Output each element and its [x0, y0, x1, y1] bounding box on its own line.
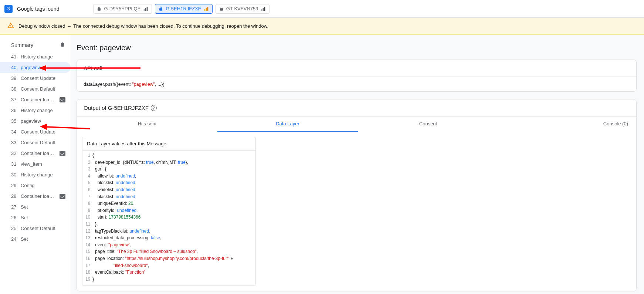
event-item[interactable]: 31view_item	[0, 159, 71, 169]
gtm-icon	[60, 151, 65, 156]
event-number: 35	[11, 118, 18, 124]
sidebar-heading: Summary	[11, 42, 33, 48]
event-number: 39	[11, 75, 18, 81]
output-heading: Output of G-5EH1RJFZXF	[84, 105, 149, 111]
event-number: 28	[11, 193, 18, 199]
gtm-icon	[60, 97, 65, 102]
tag-chip-label: GT-KVFVN759	[226, 6, 258, 11]
event-label: History change	[21, 54, 65, 60]
event-number: 26	[11, 215, 18, 220]
event-label: Set	[21, 204, 65, 210]
event-item[interactable]: 29Config	[0, 180, 71, 191]
svg-rect-8	[264, 7, 265, 11]
output-tabs: Hits sentData LayerConsentConsole (0)	[77, 116, 636, 132]
gtm-icon	[60, 194, 65, 199]
output-tab[interactable]: Consent	[358, 116, 498, 132]
event-number: 34	[11, 129, 18, 135]
content: Event: pageview API call dataLayer.push(…	[71, 35, 644, 294]
event-item[interactable]: 28Container loaded	[0, 191, 71, 202]
event-number: 40	[11, 65, 18, 70]
datalayer-title: Data Layer values after this Message:	[82, 137, 255, 151]
output-panel: Output of G-5EH1RJFZXF ? Hits sentData L…	[77, 99, 637, 291]
event-number: 29	[11, 183, 18, 188]
tag-chip[interactable]: G-5EH1RJFZXF	[155, 4, 212, 14]
alert-sep: –	[68, 23, 71, 29]
event-item[interactable]: 37Container loaded	[0, 94, 71, 105]
event-number: 30	[11, 172, 18, 178]
lock-icon	[158, 6, 163, 11]
event-item[interactable]: 36History change	[0, 105, 71, 116]
datalayer-codebox: Data Layer values after this Message: 12…	[82, 137, 256, 286]
event-label: Consent Default	[21, 140, 65, 145]
sidebar: Summary 41History change40pageview39Cons…	[0, 35, 71, 294]
event-item[interactable]: 38Consent Default	[0, 84, 71, 94]
event-item[interactable]: 39Consent Update	[0, 73, 71, 84]
event-label: Set	[21, 236, 65, 242]
event-item[interactable]: 35pageview	[0, 116, 71, 126]
event-label: Container loaded	[21, 97, 57, 102]
clear-icon[interactable]	[60, 41, 65, 48]
event-item[interactable]: 25Consent Default	[0, 223, 71, 234]
svg-rect-6	[261, 9, 262, 11]
event-number: 33	[11, 140, 18, 145]
svg-rect-1	[145, 8, 146, 11]
analytics-icon	[203, 6, 209, 12]
svg-rect-7	[263, 8, 264, 11]
page-title: Event: pageview	[77, 44, 637, 52]
event-label: History change	[21, 172, 65, 178]
topbar-title: Google tags found	[17, 6, 59, 12]
api-call-code: dataLayer.push({event: "pageview", ...})	[77, 77, 636, 91]
warning-icon	[7, 22, 14, 30]
datalayer-body: 12345678910111213141516171819 { develope…	[82, 151, 255, 285]
event-label: pageview	[21, 65, 65, 70]
event-label: Consent Update	[21, 75, 65, 81]
event-label: Container loaded	[21, 151, 57, 156]
event-number: 36	[11, 108, 18, 113]
tag-chip[interactable]: G-D9Y5YPPLQE	[93, 4, 152, 14]
event-number: 31	[11, 161, 18, 167]
event-number: 24	[11, 236, 18, 242]
event-label: view_item	[21, 161, 65, 167]
alert-banner: Debug window closed – The connected debu…	[0, 18, 644, 35]
event-item[interactable]: 32Container loaded	[0, 148, 71, 159]
event-item[interactable]: 27Set	[0, 202, 71, 212]
tag-chips: G-D9Y5YPPLQEG-5EH1RJFZXFGT-KVFVN759	[93, 4, 270, 14]
event-item[interactable]: 33Consent Default	[0, 137, 71, 148]
api-call-heading: API call	[77, 60, 636, 77]
alert-title: Debug window closed	[18, 23, 65, 29]
tag-count-badge: 3	[4, 5, 13, 13]
event-number: 25	[11, 226, 18, 231]
tag-chip-label: G-D9Y5YPPLQE	[104, 6, 140, 11]
lock-icon	[96, 6, 102, 11]
lock-icon	[219, 6, 224, 11]
svg-rect-3	[204, 9, 205, 11]
event-label: Consent Update	[21, 129, 65, 135]
svg-point-10	[10, 27, 11, 27]
event-item[interactable]: 41History change	[0, 51, 71, 62]
event-number: 32	[11, 151, 18, 156]
event-number: 41	[11, 54, 18, 60]
analytics-icon	[143, 6, 149, 12]
event-item[interactable]: 26Set	[0, 212, 71, 223]
svg-rect-4	[206, 8, 207, 11]
event-item[interactable]: 40pageview	[0, 62, 71, 73]
tag-chip[interactable]: GT-KVFVN759	[216, 4, 270, 14]
output-tab[interactable]: Hits sent	[77, 116, 217, 132]
output-tab[interactable]: Console (0)	[498, 116, 636, 132]
event-item[interactable]: 24Set	[0, 234, 71, 244]
svg-rect-2	[147, 7, 148, 11]
event-label: Consent Default	[21, 226, 65, 231]
event-item[interactable]: 30History change	[0, 169, 71, 180]
topbar: 3 Google tags found G-D9Y5YPPLQEG-5EH1RJ…	[0, 0, 644, 18]
event-label: Config	[21, 183, 65, 188]
svg-rect-0	[144, 9, 145, 11]
output-tab[interactable]: Data Layer	[217, 116, 358, 132]
help-icon[interactable]: ?	[151, 105, 157, 111]
svg-rect-5	[207, 7, 208, 11]
event-item[interactable]: 34Consent Update	[0, 126, 71, 137]
event-label: Container loaded	[21, 193, 57, 199]
event-number: 27	[11, 204, 18, 210]
alert-body: The connected debug window has been clos…	[73, 23, 268, 29]
event-list: 41History change40pageview39Consent Upda…	[0, 51, 71, 244]
api-call-panel: API call dataLayer.push({event: "pagevie…	[77, 60, 637, 92]
